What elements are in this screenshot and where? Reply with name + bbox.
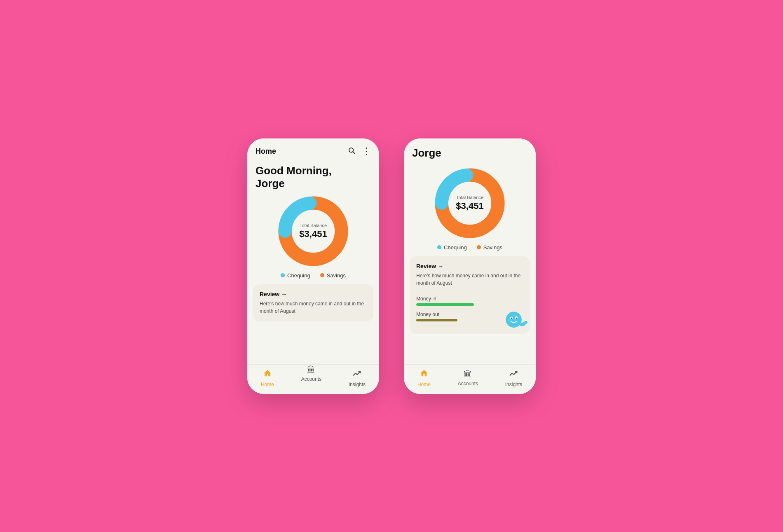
- left-bottom-nav: Home 🏛 Accounts: [247, 364, 379, 394]
- savings-dot: [320, 273, 324, 277]
- right-savings-dot: [477, 245, 481, 249]
- left-header-title: Home: [256, 147, 276, 156]
- home-label: Home: [261, 382, 274, 387]
- right-savings-label: Savings: [483, 244, 502, 251]
- savings-legend: Savings: [320, 272, 346, 279]
- money-in-label: Money in: [416, 296, 523, 302]
- right-phone: Jorge Total Balance $3,451 Chequing: [404, 138, 536, 394]
- right-nav-home[interactable]: Home: [417, 369, 431, 387]
- right-donut-center: Total Balance $3,451: [456, 195, 483, 211]
- chequing-legend: Chequing: [281, 272, 310, 279]
- accounts-icon-unicode: 🏛: [307, 365, 315, 375]
- svg-point-0: [349, 148, 354, 152]
- right-legend: Chequing Savings: [437, 244, 502, 251]
- nav-home[interactable]: Home: [261, 369, 274, 387]
- right-bottom-nav: Home 🏛 Accounts Insights: [404, 364, 536, 394]
- balance-label: Total Balance: [299, 223, 327, 228]
- right-chequing-label: Chequing: [444, 244, 467, 251]
- right-chequing-dot: [437, 245, 441, 249]
- money-in-row: Money in: [416, 296, 523, 306]
- right-chequing-legend: Chequing: [437, 244, 467, 251]
- right-accounts-icon: 🏛: [464, 370, 472, 379]
- greeting-text: Good Morning,Jorge: [247, 160, 379, 190]
- nav-accounts[interactable]: 🏛 Accounts: [301, 374, 321, 382]
- right-accounts-label: Accounts: [458, 381, 478, 387]
- right-balance-label: Total Balance: [456, 195, 483, 200]
- left-phone-header: Home ⋮: [247, 138, 379, 160]
- nav-insights[interactable]: Insights: [349, 369, 366, 387]
- svg-point-21: [508, 319, 511, 321]
- review-text: Here's how much money came in and out in…: [260, 300, 367, 315]
- right-insights-label: Insights: [505, 382, 522, 387]
- right-balance-amount: $3,451: [456, 201, 483, 211]
- money-in-bar: [416, 303, 474, 306]
- insights-icon: [352, 369, 361, 380]
- right-insights-icon: [509, 369, 518, 380]
- money-out-bar: [416, 319, 457, 321]
- review-arrow: →: [281, 291, 287, 298]
- right-donut-chart: Total Balance $3,451: [433, 166, 507, 240]
- left-chart-area: Total Balance $3,451 Chequing Savings: [247, 190, 379, 279]
- right-nav-insights[interactable]: Insights: [505, 369, 522, 387]
- chequing-dot: [281, 273, 285, 277]
- header-icons: ⋮: [348, 147, 371, 156]
- chequing-label: Chequing: [287, 272, 310, 279]
- donut-center: Total Balance $3,451: [299, 223, 327, 239]
- insights-label: Insights: [349, 382, 366, 387]
- svg-point-17: [511, 317, 513, 319]
- left-phone: Home ⋮ Good Morning,Jorge: [247, 138, 379, 394]
- savings-label: Savings: [327, 272, 346, 279]
- balance-amount: $3,451: [299, 229, 327, 239]
- right-review-section[interactable]: Review → Here's how much money came in a…: [410, 256, 530, 334]
- left-review-section[interactable]: Review → Here's how much money came in a…: [253, 284, 373, 321]
- left-legend: Chequing Savings: [281, 272, 346, 279]
- home-icon: [263, 369, 272, 380]
- right-phone-header: Jorge: [404, 138, 536, 163]
- right-home-label: Home: [417, 382, 431, 387]
- right-header-title: Jorge: [412, 147, 441, 159]
- menu-icon[interactable]: ⋮: [362, 147, 371, 156]
- right-review-arrow: →: [438, 263, 443, 270]
- svg-point-18: [516, 317, 518, 319]
- right-review-title: Review →: [416, 263, 523, 270]
- right-home-icon: [420, 369, 429, 380]
- svg-line-1: [353, 152, 355, 153]
- accounts-label: Accounts: [301, 376, 321, 382]
- mascot-character: [501, 307, 526, 332]
- right-chart-area: Total Balance $3,451 Chequing Savings: [404, 163, 536, 251]
- right-nav-accounts[interactable]: 🏛 Accounts: [458, 370, 478, 387]
- right-savings-legend: Savings: [477, 244, 502, 251]
- left-donut-chart: Total Balance $3,451: [276, 194, 350, 268]
- right-review-text: Here's how much money came in and out in…: [416, 272, 523, 287]
- review-title: Review →: [260, 291, 367, 298]
- search-icon[interactable]: [348, 147, 355, 156]
